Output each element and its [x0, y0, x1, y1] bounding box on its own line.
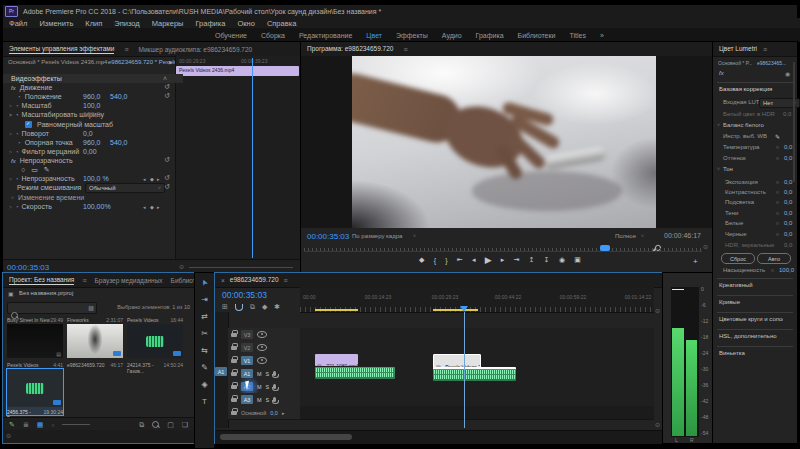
track-header-a2[interactable]: A2 M S [228, 380, 303, 394]
program-scrubber[interactable] [304, 245, 702, 252]
project-writable-icon[interactable]: ✎ [9, 421, 15, 429]
saturation-value[interactable]: 100,0 [779, 267, 794, 273]
menu-file[interactable]: Файл [9, 19, 27, 28]
tab-libraries[interactable]: Библиотеки [171, 277, 194, 284]
lift-icon[interactable]: ↥ [529, 256, 535, 264]
extract-icon[interactable]: ↧ [544, 256, 550, 264]
zoom-level-dropdown[interactable]: По размеру кадра [352, 233, 402, 239]
expand-icon[interactable]: ˃ [9, 149, 12, 155]
mark-in-icon[interactable]: { [434, 257, 436, 264]
lock-icon[interactable] [231, 359, 237, 363]
menu-markers[interactable]: Маркеры [152, 19, 184, 28]
track-output-eye-icon[interactable] [257, 344, 267, 351]
tab-lumetri-color[interactable]: Цвет Lumetri [719, 45, 757, 53]
effect-motion-row[interactable]: fx Движение ↺ [3, 83, 52, 92]
ellipse-mask-icon[interactable]: ○ [21, 166, 25, 173]
step-back-icon[interactable]: ◂ [472, 256, 476, 264]
scrubber-zoom-icon[interactable]: ⊙ [703, 243, 708, 250]
nest-toggle-icon[interactable]: ⊞ [222, 303, 228, 311]
lock-icon[interactable] [231, 372, 237, 376]
vertical-scroll-end-icon[interactable]: ⊙ [655, 421, 660, 428]
voiceover-mic-icon[interactable] [273, 384, 276, 389]
expand-icon[interactable]: ˃ [9, 176, 12, 182]
stopwatch-icon[interactable]: ◔ [15, 103, 19, 109]
slider-handle-icon[interactable]: ○ [776, 220, 779, 226]
tab-media-browser[interactable]: Браузер медиаданных [95, 277, 163, 284]
playhead-line[interactable] [464, 312, 465, 428]
stopwatch-icon[interactable]: ◔ [15, 204, 19, 210]
hscroll-handle[interactable] [220, 434, 352, 440]
stopwatch-icon[interactable]: ◔ [15, 176, 19, 182]
search-options-icon[interactable]: ▨ [88, 304, 94, 311]
slip-tool-icon[interactable]: ⇆ [195, 346, 214, 355]
blend-mode-dropdown[interactable]: Обычный ˅ [85, 183, 165, 193]
expand-icon[interactable]: ˃ [9, 112, 12, 118]
group-video-effects[interactable]: Видеоэффекты ˄ [3, 74, 183, 83]
tint-value[interactable]: 0,0 [784, 155, 792, 161]
menu-graphics[interactable]: Графика [195, 19, 225, 28]
timeline-settings-icon[interactable]: ✱ [274, 303, 280, 311]
track-name-v2[interactable]: V2 [241, 343, 253, 352]
prev-keyframe-icon[interactable]: ◂ [143, 176, 146, 182]
thumb-zoom-slider[interactable] [62, 424, 90, 425]
list-view-icon[interactable]: ≣ [23, 421, 29, 429]
shadows-value[interactable]: 0,0 [784, 210, 792, 216]
lock-icon[interactable] [231, 346, 237, 350]
rotation-value[interactable]: 0,0 [83, 130, 93, 137]
zoom-out-dot-icon[interactable]: ○ [51, 422, 54, 428]
stopwatch-icon[interactable]: ◔ [15, 149, 19, 155]
type-tool-icon[interactable]: T [195, 397, 214, 406]
ripple-edit-tool-icon[interactable]: ⇄ [195, 312, 214, 321]
section-color-wheels[interactable]: Цветовые круги и сопоставление [719, 316, 783, 322]
track-output-eye-icon[interactable] [257, 357, 267, 364]
fx-bypass-icon[interactable]: fx [719, 70, 724, 76]
lock-icon[interactable] [231, 333, 237, 337]
project-file-name[interactable]: Без названия.prproj [19, 290, 73, 296]
selection-tool-icon[interactable]: ➤ [196, 272, 212, 293]
add-marker-icon[interactable]: ◆ [419, 256, 424, 264]
search-input[interactable]: ▨ [7, 302, 97, 314]
timeline-ruler[interactable]: 00:00 00:00:14:23 00:00:29:23 00:00:44:2… [300, 287, 654, 313]
add-keyframe-icon[interactable]: ◆ [150, 204, 154, 210]
lock-icon[interactable] [231, 385, 237, 389]
effect-controls-timecode[interactable]: 00:00:35:03 [7, 263, 49, 272]
tab-effect-controls[interactable]: Элементы управления эффектами [9, 45, 114, 54]
master-clip-label[interactable]: Основной * Pexels Videos 2436.mp4 [8, 59, 107, 65]
position-x-value[interactable]: 960,0 [83, 93, 101, 100]
track-name-v1[interactable]: V1 [241, 356, 253, 365]
workspace-overflow-icon[interactable]: » [600, 32, 604, 39]
zoom-slider-icon[interactable]: ⊙ [179, 263, 184, 270]
section-hsl[interactable]: HSL, дополнительно [719, 333, 777, 339]
reset-motion-icon[interactable]: ↺ [164, 83, 170, 91]
prev-keyframe-icon[interactable]: ◂ [143, 204, 146, 210]
snap-icon[interactable] [235, 304, 243, 311]
track-header-v1[interactable]: V1 [228, 354, 303, 368]
scrollbar-end-icon[interactable]: ⊙ [6, 432, 11, 439]
close-sequence-icon[interactable]: × [221, 277, 225, 284]
track-header-a3[interactable]: A3 M S [228, 393, 303, 407]
tab-project[interactable]: Проект: Без названия [9, 276, 74, 285]
track-lane-master[interactable] [300, 406, 654, 420]
position-y-value[interactable]: 540,0 [110, 93, 128, 100]
video-frame[interactable] [352, 56, 656, 228]
track-output-eye-icon[interactable] [257, 331, 267, 338]
video-clip-1[interactable]: ▤ 721-1080.mp4 [315, 354, 358, 366]
blacks-value[interactable]: 0,0 [784, 231, 792, 237]
pen-tool-icon[interactable]: ✎ [195, 363, 214, 372]
go-to-in-icon[interactable]: ⇤ [457, 256, 463, 264]
audio-clip-1[interactable] [315, 367, 395, 379]
lumetri-scrollbar[interactable] [793, 62, 795, 182]
reset-position-icon[interactable]: ↺ [164, 92, 170, 100]
auto-button[interactable]: Авто [757, 253, 791, 264]
opacity-value[interactable]: 100,0 % [83, 175, 109, 182]
next-keyframe-icon[interactable]: ▸ [157, 204, 160, 210]
keyframe-nav-icons[interactable]: ▸ [282, 410, 285, 416]
menu-window[interactable]: Окно [237, 19, 254, 28]
workspace-graphics[interactable]: Графика [476, 32, 504, 39]
workspace-assembly[interactable]: Сборка [261, 32, 285, 39]
eyedropper-icon[interactable]: ✎ [775, 133, 780, 140]
whites-value[interactable]: 0,0 [784, 220, 792, 226]
project-item-selected[interactable]: 2456.375 - Газов... 19:30:24 [7, 369, 63, 415]
track-lane-a2[interactable] [300, 380, 654, 394]
reset-opacity-value-icon[interactable]: ↺ [164, 174, 170, 182]
